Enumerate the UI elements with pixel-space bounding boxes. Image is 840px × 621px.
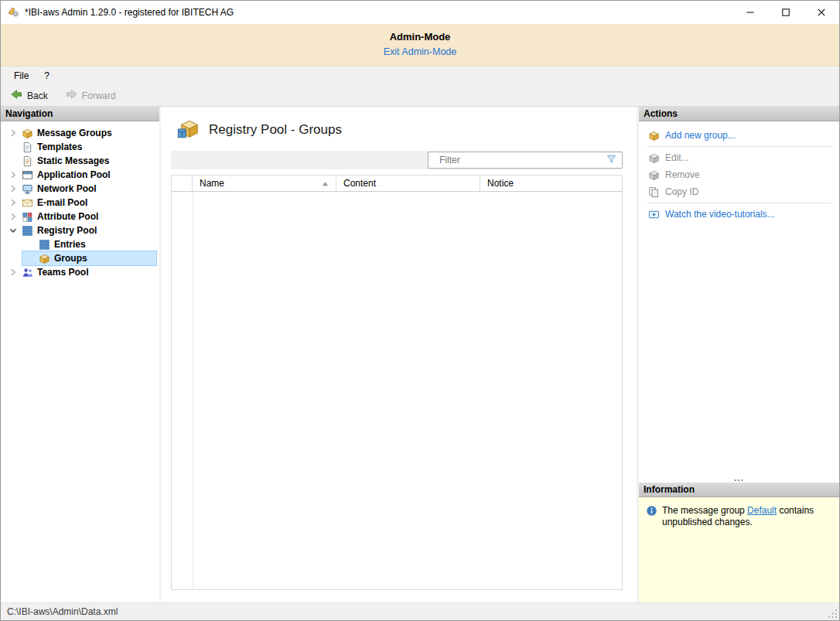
information-header: Information [639,483,839,497]
page-title-row: Registry Pool - Groups [171,107,623,151]
nav-item-message-groups[interactable]: Message Groups [1,126,156,140]
column-header-notice-label: Notice [487,178,514,189]
nav-item-static-messages[interactable]: Static Messages [1,154,156,168]
action-edit[interactable]: Edit... [646,149,832,166]
toolbar: Back Forward [1,85,839,107]
nav-item-groups[interactable]: Groups [1,251,156,265]
package-icon [21,127,33,139]
chevron-right-icon[interactable] [7,196,19,209]
chevron-right-icon[interactable] [7,210,19,223]
nav-item-e-mail-pool[interactable]: E-mail Pool [1,196,156,210]
forward-button-label: Forward [82,90,116,101]
filter-placeholder: Filter [439,155,606,165]
expander-spacer [7,155,19,167]
navigation-tree: Message GroupsTemplatesStatic MessagesAp… [1,121,159,602]
groups-table-header: Name Content Notice [172,176,622,192]
tree-item-content: Entries [22,237,156,251]
column-header-notice[interactable]: Notice [480,176,622,191]
sort-ascending-icon[interactable] [322,178,329,189]
tree-item-content: Templates [5,140,156,154]
groups-table-body [172,192,622,589]
table-grid-icon [21,224,33,237]
exit-admin-mode-link[interactable]: Exit Admin-Mode [384,46,456,57]
application-window-icon [21,169,33,181]
chevron-down-icon[interactable] [7,224,19,237]
nav-item-registry-pool[interactable]: Registry Pool [1,223,156,237]
filter-funnel-icon[interactable] [606,153,617,167]
action-label: Add new group... [665,130,736,141]
expander-spacer [24,252,36,264]
panel-splitter-handle[interactable]: ... [639,474,839,483]
package-edit-icon [647,152,660,164]
forward-arrow-icon [65,88,78,103]
teams-people-icon [21,266,33,278]
tree-item-content: Registry Pool [5,223,156,237]
tree-indent [1,258,22,259]
nav-item-application-pool[interactable]: Application Pool [1,168,156,182]
nav-item-label: Application Pool [35,169,111,180]
minimize-button[interactable] [732,1,768,24]
column-header-name-label: Name [200,178,224,189]
status-bar: C:\IBI-aws\Admin\Data.xml [1,602,839,620]
nav-item-templates[interactable]: Templates [1,140,156,154]
row-header-column [172,176,193,191]
nav-item-label: Groups [52,253,87,264]
template-page-icon [21,141,33,153]
chevron-right-icon[interactable] [7,127,19,139]
nav-item-label: Teams Pool [35,267,88,278]
information-content: The message group Default contains unpub… [639,497,839,602]
back-button[interactable]: Back [6,87,52,104]
envelope-icon [21,196,33,209]
chevron-right-icon[interactable] [7,169,19,181]
action-add-new-group[interactable]: Add new group... [646,127,832,144]
main-area: Navigation Message GroupsTemplatesStatic… [1,107,839,602]
action-remove[interactable]: Remove [646,166,832,183]
filter-input[interactable]: Filter [428,152,623,169]
filter-bar: Filter [171,151,623,169]
nav-item-network-pool[interactable]: Network Pool [1,182,156,196]
action-copy-id[interactable]: Copy ID [646,183,832,200]
groups-table: Name Content Notice [171,175,623,590]
chevron-right-icon[interactable] [7,266,19,278]
nav-item-attribute-pool[interactable]: Attribute Pool [1,210,156,223]
video-icon [647,208,660,220]
page-title: Registry Pool - Groups [209,122,342,138]
close-button[interactable] [804,1,839,24]
content-panel: Registry Pool - Groups Filter Name Conte… [161,107,637,602]
nav-item-teams-pool[interactable]: Teams Pool [1,265,156,279]
package-add-icon [647,129,660,142]
maximize-button[interactable] [768,1,804,24]
tree-item-content: Application Pool [5,168,156,182]
resize-grip-icon[interactable] [828,609,838,619]
status-file-path: C:\IBI-aws\Admin\Data.xml [7,606,118,617]
admin-mode-banner: Admin-Mode Exit Admin-Mode [1,24,839,67]
column-header-content[interactable]: Content [336,176,480,191]
tree-indent [1,244,22,245]
default-group-link[interactable]: Default [747,505,777,516]
nav-item-entries[interactable]: Entries [1,237,156,251]
action-label: Edit... [665,152,689,163]
menu-bar: File ? [1,67,839,85]
actions-separator [647,146,831,147]
column-header-content-label: Content [343,178,376,189]
actions-header: Actions [639,107,839,121]
information-message-prefix: The message group [662,505,747,516]
admin-mode-title: Admin-Mode [1,31,839,43]
navigation-panel: Navigation Message GroupsTemplatesStatic… [1,107,159,602]
information-panel: Information The message group Default co… [639,483,839,602]
nav-item-label: Registry Pool [35,225,97,236]
nav-item-label: Network Pool [35,183,97,194]
nav-item-label: Message Groups [35,128,112,138]
tree-item-content: E-mail Pool [5,196,156,210]
tree-item-content: Attribute Pool [5,210,156,223]
column-header-name[interactable]: Name [193,176,336,191]
menu-file[interactable]: File [7,68,36,84]
tree-item-content: Static Messages [5,154,156,168]
package-remove-icon [647,169,660,181]
back-arrow-icon [10,88,23,103]
chevron-right-icon[interactable] [7,183,19,195]
forward-button[interactable]: Forward [61,87,120,104]
menu-help[interactable]: ? [37,68,56,84]
action-watch-the-video-tutorials[interactable]: Watch the video-tutorials... [646,206,832,223]
action-label: Remove [665,169,700,180]
